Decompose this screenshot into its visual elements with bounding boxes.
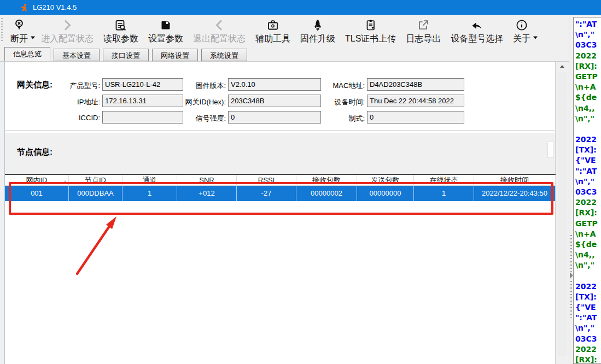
tab-3[interactable]: 网络设置 [152,49,198,61]
log-line-rx: [RX]: [575,61,601,72]
dropdown-caret-icon[interactable] [31,28,35,47]
log-blank-line [575,124,601,134]
log-panel-splitter[interactable] [569,15,573,364]
node-info-title: 节点信息: [17,147,52,157]
tab-2[interactable]: 接口设置 [103,49,149,61]
gateway-field-label: 制式: [294,114,365,124]
log-line-tx: {"VE [575,302,601,313]
tab-1[interactable]: 基本设置 [54,49,100,61]
log-line-tx: \n"," [575,30,601,40]
toolbar-button-label: 辅助工具 [255,33,290,45]
node-column-header-2[interactable]: 通道 [122,175,177,185]
chevron-right-icon [61,17,74,33]
node-cell: 001 [5,186,69,201]
toolbar-button-label: 固件升级 [300,33,335,45]
toolbar-button-2[interactable]: 读取参数 [98,15,143,47]
log-line-tx: ":"AT [575,166,601,177]
toolbar-button-label: 退出配置状态 [193,33,246,45]
log-line-rx: ${de [575,239,601,250]
node-column-header-6[interactable]: 发送包数 [357,175,414,185]
node-cell: 00000002 [296,186,357,201]
export-icon [417,17,430,33]
main-scrollbar[interactable] [557,62,567,364]
node-list-scrollbar[interactable] [547,142,553,158]
node-column-header-7[interactable]: 在线状态 [414,175,474,185]
usr-logo-icon [20,3,28,12]
toolbar-button-label: 设备型号选择 [451,33,503,45]
dropdown-caret-icon[interactable] [533,28,538,47]
node-cell: 000DDBAA [69,186,122,201]
window-title: LG210 V1.4.5 [33,3,77,11]
log-line-rx: 2022 [575,344,601,355]
log-line-tx: {"VE [575,155,601,166]
tab-4[interactable]: 系统设置 [201,49,247,61]
node-table-row[interactable]: 001000DDBAA1+012-27000000020000000012022… [5,186,556,201]
toolbar-button-8[interactable]: 日志导出 [401,15,446,47]
node-column-header-5[interactable]: 接收包数 [296,175,357,185]
node-column-header-1[interactable]: 节点ID [69,175,122,185]
log-line-rx: \n+A [575,82,601,92]
node-column-header-4[interactable]: RSSI [237,175,296,185]
log-line-tx: ":"AT [575,19,601,30]
undo-arrow-icon [470,17,483,33]
gateway-field-label: 固件版本: [155,81,226,91]
log-line-tx: [TX]: [575,145,601,155]
toolbar-button-6[interactable]: 固件升级 [295,15,340,47]
node-info-strip: 节点信息: [5,133,555,174]
toolbar-button-label: 读取参数 [103,33,138,45]
log-blank-line [575,271,601,281]
clipboard-icon [364,17,377,33]
log-line-rx: [RX]: [575,208,601,218]
gateway-field-label: IP地址: [29,97,100,107]
log-line-rx: GETP [575,72,601,82]
node-cell: 2022/12/22-20:43:50 [474,186,556,201]
rocket-icon [311,17,324,33]
gateway-field-label: 网关ID(Hex): [155,97,226,107]
log-line-tx: ":"AT [575,313,601,323]
toolbar-button-3[interactable]: 设置参数 [143,15,188,47]
log-line-tx: 03C3 [575,334,601,344]
toolbar-button-9[interactable]: 设备型号选择 [446,15,508,47]
toolbar-button-7[interactable]: TLS证书上传 [340,15,401,47]
log-panel[interactable]: ":"AT\n","03C32022[RX]:GETP\n+A${de\n4,,… [573,17,601,364]
node-cell: +012 [177,186,237,201]
log-line-tx: 2022 [575,134,601,145]
gateway-field-label: 设备时间: [294,97,365,107]
tabbar: 信息总览基本设置接口设置网络设置系统设置 [0,47,569,62]
toolbar-button-label: TLS证书上传 [345,33,396,45]
tab-0[interactable]: 信息总览 [4,47,50,61]
scroll-up-button[interactable] [557,62,567,71]
node-column-header-0[interactable]: 网内ID▴ [5,175,69,185]
node-column-header-3[interactable]: SNR [177,175,237,185]
toolbar-grip[interactable] [1,18,3,43]
toolbar-button-0[interactable]: 断开 [5,15,33,47]
log-line-rx: 2022 [575,51,601,61]
toolbar-button-label: 断开 [10,33,28,45]
log-line-tx: [TX]: [575,292,601,302]
node-cell: -27 [237,186,296,201]
log-line-tx: 03C3 [575,40,601,50]
gateway-field-label: 信号强度: [155,114,226,124]
toolbar-button-5[interactable]: 辅助工具 [250,15,295,47]
node-cell: 00000000 [357,186,414,201]
gateway-field-input-8[interactable] [367,111,464,124]
pin-disconnect-icon [13,17,26,33]
toolbar-button-10[interactable]: 关于 [508,15,535,47]
toolbar-button-label: 日志导出 [406,33,441,45]
node-table-rows: 001000DDBAA1+012-27000000020000000012022… [5,186,556,201]
node-cell: 1 [414,186,474,201]
file-search-icon [114,17,128,33]
info-overview-pane: 网关信息: 产品型号:固件版本:MAC地址:IP地址:网关ID(Hex):设备时… [4,62,556,364]
log-line-rx: \n+A [575,229,601,239]
scrollbar-thumb[interactable] [558,72,567,356]
splitter-grip-dots [570,281,572,318]
node-column-header-8[interactable]: 接收时间 [474,175,556,185]
log-line-rx: [RX]: [575,355,601,364]
node-table-header: 网内ID▴节点ID通道SNRRSSI接收包数发送包数在线状态接收时间 [5,175,556,186]
scroll-up-arrow-icon [560,65,564,68]
sort-indicator-icon: ▴ [64,176,66,185]
chevron-left-icon [213,17,226,33]
gateway-field-input-5[interactable] [367,95,464,107]
log-line-rx: \n"," [575,114,601,124]
gateway-field-input-2[interactable] [367,78,464,91]
